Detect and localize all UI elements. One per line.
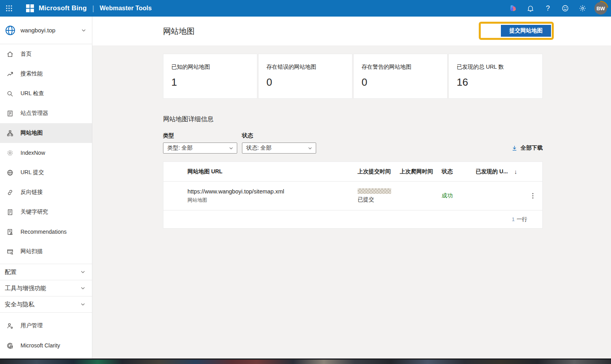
- type-filter-dropdown[interactable]: 类型: 全部: [163, 143, 237, 154]
- keyword-icon: [6, 208, 13, 216]
- sidebar-item-microsoft-clarity[interactable]: Microsoft Clarity: [0, 336, 92, 355]
- sidebar-item-label: URL 检查: [21, 90, 44, 97]
- stat-card-sitemaps-with-errors: 存在错误的网站地图 0: [258, 54, 352, 99]
- stat-value: 0: [362, 76, 439, 88]
- filter-row: 类型 类型: 全部 状态 状态: 全部: [163, 132, 543, 154]
- section-label: 安全与隐私: [5, 301, 34, 308]
- rows-count-label: 一行: [517, 216, 527, 223]
- column-header-last-crawled[interactable]: 上次爬网时间: [400, 168, 442, 175]
- stat-value: 1: [171, 76, 249, 88]
- sidebar-item-user-management[interactable]: 用户管理: [0, 316, 92, 336]
- sidebar-item-recommendations[interactable]: Recommendations: [0, 222, 92, 242]
- row-more-options-icon[interactable]: [530, 191, 535, 201]
- brand-title[interactable]: Microsoft Bing: [39, 4, 87, 12]
- feedback-smiley-icon[interactable]: [558, 1, 572, 15]
- download-all-label: 全部下载: [521, 144, 543, 152]
- chevron-down-icon: [307, 146, 313, 151]
- stats-row: 已知的网站地图 1 存在错误的网站地图 0 存在警告的网站地图 0 已发现的总 …: [163, 54, 543, 99]
- trending-icon: [6, 70, 13, 77]
- column-header-url[interactable]: 网站地图 URL: [187, 168, 358, 175]
- sidebar: wangboyi.top 首页 搜索性能 URL 检查: [0, 17, 92, 358]
- page-number[interactable]: 1: [512, 216, 515, 222]
- microsoft-logo-icon: [26, 4, 34, 12]
- submit-sitemap-button[interactable]: 提交网站地图: [501, 25, 551, 37]
- app-launcher-icon[interactable]: [3, 2, 15, 14]
- page-header: 网站地图 提交网站地图: [92, 17, 611, 45]
- sidebar-item-backlinks[interactable]: 反向链接: [0, 182, 92, 202]
- spacer: [0, 313, 92, 316]
- sidebar-item-label: 网站扫描: [21, 248, 43, 255]
- stat-card-sitemaps-with-warnings: 存在警告的网站地图 0: [353, 54, 448, 99]
- stat-label: 存在错误的网站地图: [266, 64, 344, 71]
- sidebar-item-label: Microsoft Clarity: [21, 342, 60, 349]
- globe-icon: [6, 169, 13, 176]
- status-filter-dropdown[interactable]: 状态: 全部: [242, 143, 316, 154]
- settings-gear-icon[interactable]: [575, 1, 590, 15]
- stat-label: 已知的网站地图: [171, 64, 249, 71]
- sidebar-item-search-performance[interactable]: 搜索性能: [0, 64, 92, 84]
- highlight-annotation: 提交网站地图: [479, 22, 554, 40]
- sidebar-item-home[interactable]: 首页: [0, 44, 92, 64]
- notifications-icon[interactable]: [523, 1, 538, 15]
- sidebar-section-tools[interactable]: 工具与增强功能: [0, 280, 92, 296]
- section-label: 工具与增强功能: [5, 285, 46, 292]
- column-header-status[interactable]: 状态: [442, 168, 476, 175]
- column-header-last-submitted[interactable]: 上次提交时间: [358, 168, 400, 175]
- sidebar-nav: 首页 搜索性能 URL 检查 站点管理器 网站地图: [0, 44, 92, 358]
- sidebar-item-site-scan[interactable]: 网站扫描: [0, 242, 92, 261]
- sidebar-item-label: Recommendations: [21, 229, 67, 235]
- sidebar-item-label: 网站地图: [21, 129, 43, 137]
- sidebar-section-security[interactable]: 安全与隐私: [0, 296, 92, 313]
- user-settings-icon: [6, 322, 13, 329]
- stat-label: 存在警告的网站地图: [362, 64, 439, 71]
- site-globe-icon: [5, 25, 16, 36]
- sidebar-item-label: 首页: [21, 51, 32, 58]
- brand-separator: |: [92, 4, 94, 13]
- main-content: 已知的网站地图 1 存在错误的网站地图 0 存在警告的网站地图 0 已发现的总 …: [92, 45, 611, 358]
- table-row[interactable]: https://www.wangboyi.top/sitemap.xml 网站地…: [163, 182, 542, 210]
- sitemap-url-link[interactable]: https://www.wangboyi.top/sitemap.xml: [187, 188, 358, 195]
- product-title[interactable]: Webmaster Tools: [99, 5, 152, 12]
- avatar[interactable]: BW: [594, 2, 607, 15]
- type-filter-value: 类型: 全部: [167, 144, 193, 152]
- section-label: 配置: [5, 268, 17, 276]
- sidebar-item-label: 用户管理: [21, 322, 43, 329]
- sidebar-item-url-submission[interactable]: URL 提交: [0, 163, 92, 182]
- site-manager-icon: [6, 110, 13, 117]
- site-scan-icon: [6, 248, 13, 255]
- chevron-down-icon: [229, 146, 234, 151]
- chevron-down-icon: [80, 302, 86, 307]
- home-icon: [6, 51, 13, 58]
- sidebar-item-label: 关键字研究: [21, 208, 48, 216]
- recommendations-icon: [6, 228, 13, 235]
- censored-last-submitted-value: [358, 188, 391, 194]
- column-header-urls-discovered[interactable]: 已发现的 U...: [476, 168, 508, 175]
- sidebar-item-label: IndexNow: [21, 150, 45, 156]
- search-icon: [6, 90, 13, 97]
- sidebar-item-site-explorer[interactable]: 站点管理器: [0, 103, 92, 123]
- sort-descending-icon[interactable]: ↓: [514, 168, 517, 175]
- submit-state-label: 已提交: [358, 196, 400, 203]
- download-all-link[interactable]: 全部下载: [512, 144, 543, 154]
- sidebar-item-label: URL 提交: [21, 169, 44, 176]
- copilot-icon[interactable]: [506, 1, 520, 15]
- download-icon: [512, 145, 517, 151]
- stat-value: 0: [266, 76, 344, 88]
- help-icon[interactable]: ?: [541, 1, 555, 15]
- section-title: 网站地图详细信息: [163, 115, 543, 124]
- site-selector[interactable]: wangboyi.top: [0, 17, 92, 44]
- site-name: wangboyi.top: [21, 27, 81, 34]
- sidebar-item-sitemaps[interactable]: 网站地图: [0, 123, 92, 143]
- status-filter-label: 状态: [242, 132, 316, 139]
- indexnow-icon: [6, 149, 13, 156]
- backlink-icon: [6, 189, 13, 196]
- sidebar-item-keyword-research[interactable]: 关键字研究: [0, 202, 92, 222]
- sitemap-type-label: 网站地图: [187, 197, 358, 204]
- sidebar-item-label: 搜索性能: [21, 70, 43, 77]
- sidebar-section-configuration[interactable]: 配置: [0, 264, 92, 280]
- sidebar-item-indexnow[interactable]: IndexNow: [0, 143, 92, 163]
- desktop-wallpaper-strip: [0, 358, 611, 364]
- sidebar-item-label: 站点管理器: [21, 110, 48, 117]
- sidebar-item-url-inspection[interactable]: URL 检查: [0, 84, 92, 103]
- sitemaps-table: 网站地图 URL 上次提交时间 上次爬网时间 状态 已发现的 U... ↓ ht…: [163, 161, 543, 229]
